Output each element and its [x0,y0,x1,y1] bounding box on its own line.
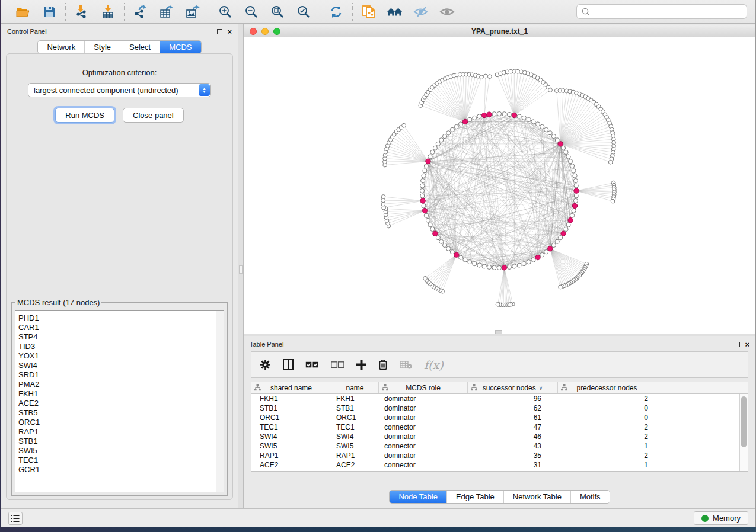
mcds-hub-node[interactable] [454,252,459,257]
ring-node[interactable] [473,262,477,266]
ring-node[interactable] [473,116,477,120]
float-panel-icon[interactable] [217,29,222,34]
mcds-hub-node[interactable] [433,231,438,236]
window-maximize-icon[interactable] [273,28,280,35]
table-row[interactable]: SWI4SWI4dominator462 [251,432,739,441]
ring-node[interactable] [422,204,426,208]
mcds-hub-node[interactable] [422,208,427,213]
mcds-hub-node[interactable] [572,203,577,208]
ring-node[interactable] [551,134,556,138]
mcds-hub-node[interactable] [568,218,573,223]
mcds-result-scrollbar[interactable] [216,311,224,492]
table-row[interactable]: SWI5SWI5connector431 [251,441,739,451]
ring-node[interactable] [430,227,435,231]
log-console-button[interactable] [8,512,23,525]
ring-node[interactable] [551,243,556,247]
result-list-item[interactable]: FKH1 [18,389,224,399]
ring-node[interactable] [424,213,428,217]
ring-node[interactable] [436,236,440,240]
ring-node[interactable] [507,265,511,269]
ring-node[interactable] [531,258,535,262]
ring-node[interactable] [574,184,578,188]
clone-network-icon[interactable] [361,4,377,20]
ring-node[interactable] [535,122,540,126]
network-window-titlebar[interactable]: YPA_prune.txt_1 [244,25,755,37]
leaf-node[interactable] [487,75,492,79]
ring-node[interactable] [574,194,578,198]
ring-node[interactable] [548,131,552,135]
ring-node[interactable] [439,138,444,142]
add-column-icon[interactable] [356,360,366,370]
ring-node[interactable] [428,155,432,159]
ring-node[interactable] [487,265,491,269]
ring-node[interactable] [559,236,563,240]
ring-node[interactable] [555,239,559,243]
ring-node[interactable] [527,117,531,121]
ring-node[interactable] [426,218,430,222]
ring-node[interactable] [454,124,458,129]
leaf-node[interactable] [484,74,488,78]
leaf-node[interactable] [423,276,428,280]
delete-column-icon[interactable] [378,359,388,370]
ring-node[interactable] [569,159,573,164]
network-canvas[interactable] [244,37,755,334]
leaf-node[interactable] [381,195,385,199]
ring-node[interactable] [570,213,575,217]
table-scrollbar[interactable] [739,394,748,471]
ring-node[interactable] [564,227,568,231]
ring-node[interactable] [507,113,511,117]
mcds-hub-node[interactable] [512,113,516,117]
ring-node[interactable] [573,178,578,182]
result-list-item[interactable]: ACE2 [18,399,224,408]
show-columns-icon[interactable] [283,359,294,370]
ring-node[interactable] [522,116,526,120]
mcds-hub-node[interactable] [548,246,553,251]
ring-node[interactable] [428,223,432,227]
leaf-node[interactable] [611,199,615,203]
close-panel-button[interactable]: Close panel [123,108,184,123]
leaf-node[interactable] [548,88,553,92]
column-header-MCDS-role[interactable]: MCDS role [379,382,468,393]
tab-select[interactable]: Select [120,41,160,53]
zoom-out-icon[interactable] [244,4,259,20]
column-header-shared-name[interactable]: shared name [251,382,331,393]
vertical-splitter[interactable] [238,24,244,508]
ring-node[interactable] [423,169,427,173]
result-list-item[interactable]: YOX1 [18,351,224,361]
table-row[interactable]: RAP1RAP1dominator352 [251,451,739,460]
ring-node[interactable] [527,260,531,264]
float-panel-icon[interactable] [735,342,740,347]
ring-node[interactable] [430,150,435,154]
result-list-item[interactable]: STB1 [18,437,224,446]
result-list-item[interactable]: SRD1 [18,370,224,380]
ring-node[interactable] [463,258,467,262]
mcds-hub-node[interactable] [535,255,540,259]
ring-node[interactable] [497,111,501,116]
ring-node[interactable] [564,150,568,154]
ring-node[interactable] [566,155,570,159]
hide-panels-icon[interactable] [413,4,429,20]
ring-node[interactable] [420,184,425,188]
import-table-icon[interactable] [100,4,116,20]
ring-node[interactable] [566,223,570,227]
tab-edge-table[interactable]: Edge Table [447,491,504,503]
table-row[interactable]: ACE2ACE2connector311 [251,460,739,470]
tab-style[interactable]: Style [85,41,120,53]
ring-node[interactable] [421,178,425,182]
memory-button[interactable]: Memory [694,511,748,525]
column-header-successor-nodes[interactable]: successor nodes∨ [468,382,558,393]
mcds-hub-node[interactable] [558,142,563,146]
mcds-hub-node[interactable] [462,119,467,124]
mcds-hub-node[interactable] [426,159,430,164]
ring-node[interactable] [422,174,426,178]
export-table-icon[interactable] [159,4,174,20]
ring-node[interactable] [517,263,521,267]
tab-mcds[interactable]: MCDS [160,41,200,53]
home-icon[interactable] [387,4,403,20]
ring-node[interactable] [492,112,496,116]
ring-node[interactable] [570,164,575,168]
ring-node[interactable] [502,112,506,116]
search-field[interactable] [576,4,747,19]
zoom-selected-icon[interactable] [296,4,311,20]
table-row[interactable]: STB1STB1dominator620 [251,403,739,413]
